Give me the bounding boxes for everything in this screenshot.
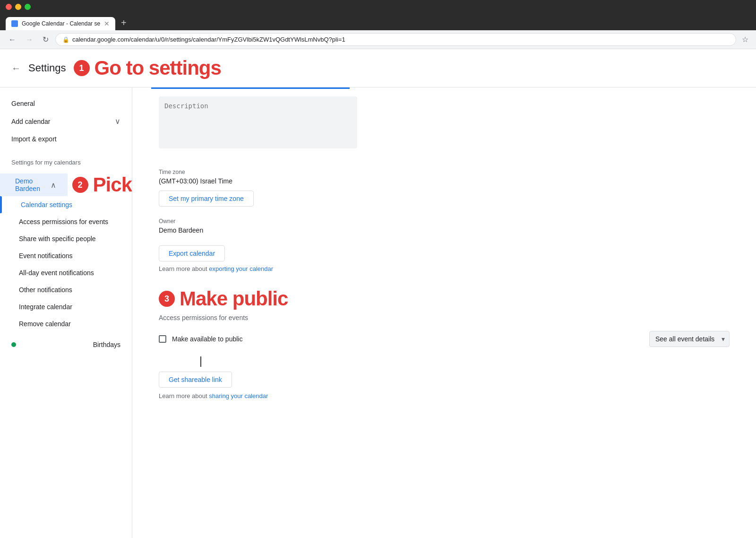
browser-chrome: Google Calendar - Calendar se ✕ + <box>0 0 756 30</box>
minimize-traffic-light[interactable] <box>15 4 21 10</box>
make-public-checkbox[interactable] <box>159 335 166 343</box>
reload-button[interactable]: ↻ <box>40 33 52 46</box>
time-zone-section: Time zone (GMT+03:00) Israel Time Set my… <box>151 169 737 207</box>
sidebar-item-integrate-calendar[interactable]: Integrate calendar <box>0 298 132 315</box>
dot-green-icon <box>11 342 16 347</box>
get-shareable-link-button[interactable]: Get shareable link <box>159 372 232 388</box>
demo-bardeen-label: Demo Bardeen <box>15 177 47 192</box>
learn-export-text: Learn more about exporting your calendar <box>159 265 730 272</box>
maximize-traffic-light[interactable] <box>25 4 31 10</box>
sidebar-item-add-calendar[interactable]: Add calendar ∨ <box>0 112 132 130</box>
close-traffic-light[interactable] <box>6 4 12 10</box>
step3-text: Make public <box>180 287 288 310</box>
sidebar-item-access-permissions[interactable]: Access permissions for events <box>0 213 132 230</box>
settings-title: Settings <box>28 62 66 74</box>
sidebar-add-calendar-label: Add calendar <box>11 118 51 125</box>
make-public-row: Make available to public See all event d… <box>159 331 730 347</box>
cursor-area <box>200 356 730 366</box>
description-area <box>151 89 737 157</box>
step3-badge: 3 <box>159 291 175 307</box>
see-event-details-wrapper: See all event details <box>649 331 730 347</box>
set-primary-tz-button[interactable]: Set my primary time zone <box>159 191 254 207</box>
main-content: Time zone (GMT+03:00) Israel Time Set my… <box>132 87 756 538</box>
settings-for-my-calendars-header: Settings for my calendars <box>0 155 132 170</box>
step2-annotation: 2 Pick <box>72 174 132 196</box>
main-layout: General Add calendar ∨ Import & export S… <box>0 87 756 538</box>
access-permissions-title: Access permissions for events <box>159 314 730 321</box>
step1-annotation: 1 Go to settings <box>74 57 221 79</box>
sidebar-item-all-day-notifications[interactable]: All-day event notifications <box>0 264 132 281</box>
learn-sharing-text: Learn more about sharing your calendar <box>159 392 730 399</box>
sidebar-item-other-notifications[interactable]: Other notifications <box>0 281 132 298</box>
sidebar-import-export-label: Import & export <box>11 135 57 143</box>
tab-favicon <box>11 20 18 27</box>
owner-label: Owner <box>159 218 730 225</box>
demo-bardeen-section: Demo Bardeen ∧ 2 Pick <box>0 174 132 196</box>
step2-badge: 2 <box>72 177 88 193</box>
tab-close-button[interactable]: ✕ <box>104 20 110 27</box>
sidebar-item-general[interactable]: General <box>0 95 132 112</box>
access-permissions-label: Access permissions for events <box>19 218 108 226</box>
sidebar-item-demo-bardeen[interactable]: Demo Bardeen ∧ <box>0 174 68 196</box>
step1-text: Go to settings <box>94 57 221 79</box>
access-permissions-section: 3 Make public Access permissions for eve… <box>151 287 737 399</box>
forward-nav-button[interactable]: → <box>23 34 36 46</box>
browser-tabs: Google Calendar - Calendar se ✕ + <box>6 16 750 30</box>
app-container: ← Settings 1 Go to settings General Add … <box>0 49 756 538</box>
app-header: ← Settings 1 Go to settings <box>0 49 756 87</box>
sidebar-item-calendar-settings[interactable]: Calendar settings <box>0 196 132 213</box>
chevron-up-icon: ∧ <box>51 181 56 190</box>
chevron-down-icon: ∨ <box>115 117 120 126</box>
calendar-settings-label: Calendar settings <box>9 201 72 208</box>
step3-annotation: 3 Make public <box>159 287 730 310</box>
lock-icon: 🔒 <box>62 36 69 43</box>
learn-sharing-link[interactable]: sharing your calendar <box>209 392 268 399</box>
other-notifications-label: Other notifications <box>19 286 72 294</box>
cursor-indicator <box>200 356 207 367</box>
sidebar-item-share-specific[interactable]: Share with specific people <box>0 230 132 247</box>
all-day-notifications-label: All-day event notifications <box>19 269 94 277</box>
address-bar[interactable]: 🔒 calendar.google.com/calendar/u/0/r/set… <box>55 33 736 46</box>
back-nav-button[interactable]: ← <box>6 34 19 46</box>
share-specific-label: Share with specific people <box>19 235 96 243</box>
step1-badge: 1 <box>74 60 90 76</box>
sidebar-item-birthdays[interactable]: Birthdays <box>0 336 132 353</box>
address-text: calendar.google.com/calendar/u/0/r/setti… <box>72 36 345 43</box>
owner-value: Demo Bardeen <box>159 226 730 234</box>
time-zone-value: (GMT+03:00) Israel Time <box>159 177 730 185</box>
tab-title: Google Calendar - Calendar se <box>22 20 100 27</box>
time-zone-label: Time zone <box>159 169 730 175</box>
sidebar: General Add calendar ∨ Import & export S… <box>0 87 132 538</box>
learn-export-prefix: Learn more about <box>159 265 209 272</box>
traffic-lights <box>6 4 31 10</box>
bookmark-button[interactable]: ☆ <box>740 33 750 46</box>
settings-back-button[interactable]: ← <box>11 63 21 74</box>
birthdays-label: Birthdays <box>93 341 120 348</box>
browser-toolbar: ← → ↻ 🔒 calendar.google.com/calendar/u/0… <box>0 30 756 49</box>
sidebar-general-label: General <box>11 100 35 107</box>
learn-sharing-prefix: Learn more about <box>159 392 209 399</box>
remove-calendar-label: Remove calendar <box>19 320 71 328</box>
sidebar-item-event-notifications[interactable]: Event notifications <box>0 247 132 264</box>
event-notifications-label: Event notifications <box>19 252 73 260</box>
active-indicator <box>0 196 2 213</box>
new-tab-button[interactable]: + <box>117 16 130 30</box>
integrate-calendar-label: Integrate calendar <box>19 303 72 311</box>
description-textarea[interactable] <box>159 96 357 148</box>
active-tab[interactable]: Google Calendar - Calendar se ✕ <box>6 17 115 30</box>
make-public-label: Make available to public <box>172 335 644 343</box>
export-calendar-button[interactable]: Export calendar <box>159 245 225 261</box>
owner-section: Owner Demo Bardeen <box>151 218 737 234</box>
learn-export-link[interactable]: exporting your calendar <box>209 265 273 272</box>
export-section: Export calendar Learn more about exporti… <box>151 245 737 272</box>
sidebar-item-remove-calendar[interactable]: Remove calendar <box>0 315 132 332</box>
see-event-details-select[interactable]: See all event details <box>649 331 730 347</box>
sidebar-item-import-export[interactable]: Import & export <box>0 130 132 148</box>
step2-text: Pick <box>93 174 132 196</box>
